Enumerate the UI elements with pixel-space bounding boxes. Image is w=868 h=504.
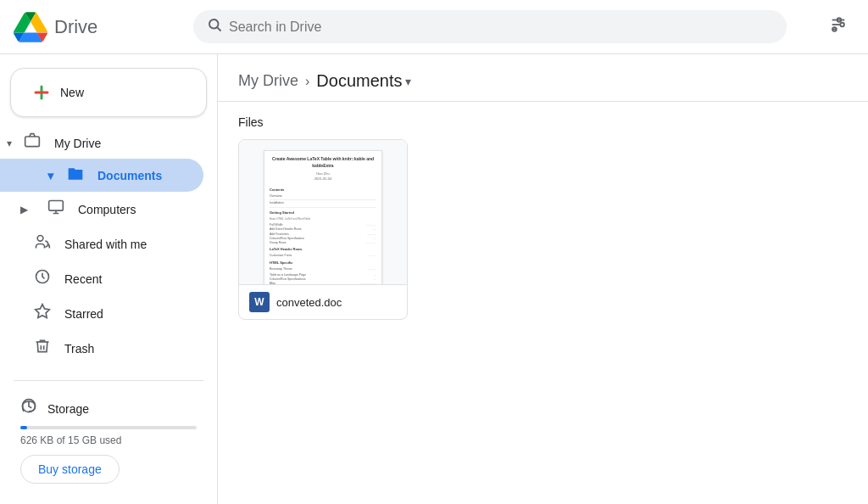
sidebar-nav: ▾ My Drive ▾ Documents bbox=[0, 127, 217, 373]
computers-expand-icon: ▶ bbox=[20, 204, 34, 216]
sidebar: New ▾ My Drive ▾ bbox=[0, 54, 217, 504]
breadcrumb-parent[interactable]: My Drive bbox=[238, 72, 298, 90]
svg-rect-10 bbox=[25, 137, 40, 147]
file-preview: Create Awesome LaTeX Table with knitr::k… bbox=[239, 140, 407, 284]
svg-rect-11 bbox=[49, 201, 64, 211]
computers-icon bbox=[47, 199, 64, 220]
word-icon: W bbox=[249, 292, 270, 312]
sidebar-item-label-computers: Computers bbox=[78, 203, 136, 216]
sidebar-divider bbox=[14, 380, 203, 381]
shared-icon bbox=[34, 233, 51, 255]
sidebar-item-label-my-drive: My Drive bbox=[54, 137, 101, 150]
starred-icon bbox=[34, 303, 51, 324]
breadcrumb-dropdown-icon[interactable]: ▾ bbox=[405, 75, 411, 88]
sidebar-item-label-recent: Recent bbox=[64, 272, 102, 286]
breadcrumb: My Drive › Documents ▾ bbox=[218, 54, 868, 101]
app-header: Drive bbox=[0, 0, 868, 54]
my-drive-icon bbox=[24, 132, 41, 154]
app-title: Drive bbox=[54, 16, 97, 38]
file-name: conveted.doc bbox=[276, 296, 342, 309]
storage-icon bbox=[20, 398, 37, 419]
sidebar-item-computers[interactable]: ▶ Computers bbox=[0, 192, 203, 227]
main-layout: New ▾ My Drive ▾ bbox=[0, 54, 868, 504]
sidebar-item-label-starred: Starred bbox=[64, 307, 103, 321]
sidebar-item-trash[interactable]: Trash bbox=[0, 331, 203, 366]
search-input[interactable] bbox=[229, 20, 773, 35]
sidebar-item-documents[interactable]: ▾ Documents bbox=[0, 159, 203, 192]
storage-used-text: 626 KB of 15 GB used bbox=[20, 434, 197, 446]
file-card[interactable]: Create Awesome LaTeX Table with knitr::k… bbox=[238, 139, 408, 320]
new-button[interactable]: New bbox=[10, 68, 207, 117]
sidebar-item-shared[interactable]: Shared with me bbox=[0, 227, 203, 261]
content-divider bbox=[218, 101, 868, 102]
storage-bar-background bbox=[20, 426, 197, 429]
search-bar[interactable] bbox=[193, 10, 787, 43]
expand-icon: ▾ bbox=[7, 137, 20, 149]
filter-icon[interactable] bbox=[822, 8, 854, 45]
doc-preview-content: Create Awesome LaTeX Table with knitr::k… bbox=[264, 150, 382, 284]
svg-point-12 bbox=[37, 236, 43, 242]
buy-storage-button[interactable]: Buy storage bbox=[20, 455, 120, 484]
svg-point-5 bbox=[840, 23, 844, 27]
files-grid: Create Awesome LaTeX Table with knitr::k… bbox=[218, 139, 868, 320]
folder-icon bbox=[67, 165, 84, 185]
recent-icon bbox=[34, 268, 51, 289]
sidebar-item-my-drive[interactable]: ▾ My Drive bbox=[0, 127, 217, 159]
breadcrumb-separator: › bbox=[305, 74, 309, 89]
documents-expand-icon: ▾ bbox=[47, 169, 53, 182]
drive-logo-icon bbox=[14, 10, 47, 44]
trash-icon bbox=[34, 338, 51, 359]
section-label: Files bbox=[218, 115, 868, 139]
svg-marker-14 bbox=[36, 305, 50, 318]
sidebar-item-label-shared: Shared with me bbox=[64, 238, 147, 251]
plus-icon bbox=[31, 82, 52, 103]
sidebar-item-label-documents: Documents bbox=[97, 169, 162, 182]
storage-title: Storage bbox=[47, 402, 89, 416]
sidebar-item-recent[interactable]: Recent bbox=[0, 261, 203, 296]
storage-section: Storage 626 KB of 15 GB used Buy storage bbox=[0, 388, 217, 497]
sidebar-item-starred[interactable]: Starred bbox=[0, 296, 203, 331]
svg-line-1 bbox=[217, 27, 220, 31]
svg-point-0 bbox=[209, 20, 219, 29]
storage-label: Storage bbox=[20, 398, 197, 419]
storage-bar-fill bbox=[20, 426, 27, 429]
file-info: W conveted.doc bbox=[239, 284, 407, 319]
breadcrumb-current: Documents ▾ bbox=[316, 71, 411, 91]
logo-area: Drive bbox=[14, 10, 183, 44]
new-button-label: New bbox=[60, 86, 84, 99]
main-content: My Drive › Documents ▾ Files Create Awes… bbox=[217, 54, 868, 504]
search-icon bbox=[207, 17, 222, 36]
sidebar-item-label-trash: Trash bbox=[64, 342, 94, 356]
